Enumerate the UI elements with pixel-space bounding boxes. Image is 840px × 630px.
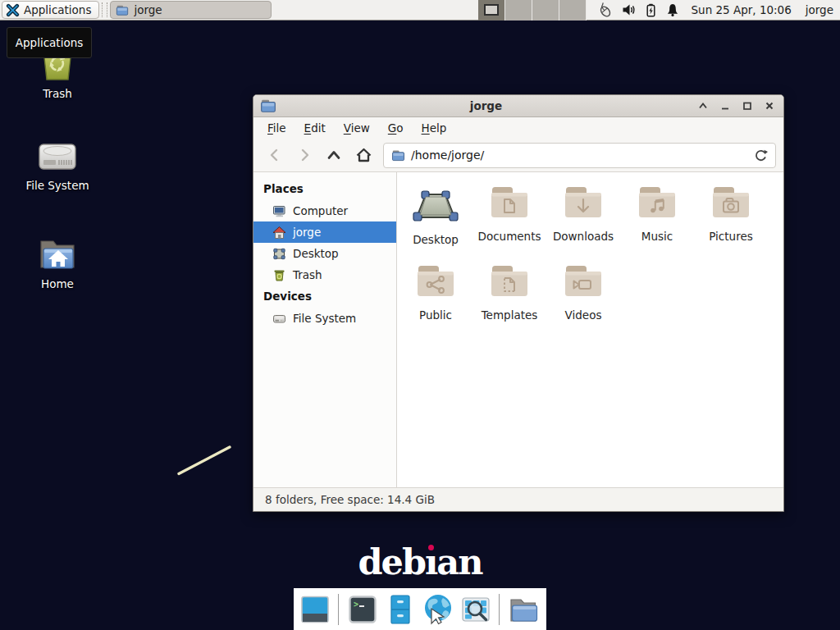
sidebar-item-label: File System <box>293 312 356 325</box>
folder-downloads-icon <box>561 182 605 225</box>
pathbar[interactable]: /home/jorge/ <box>383 143 776 168</box>
sidebar-item-label: jorge <box>293 226 321 239</box>
sidebar-item-label: Desktop <box>293 247 339 260</box>
path-text[interactable]: /home/jorge/ <box>411 148 754 162</box>
file-item-downloads[interactable]: Downloads <box>546 182 620 261</box>
file-item-public[interactable]: Public <box>399 261 472 340</box>
svg-text:>: > <box>354 600 358 609</box>
file-manager-window: jorge File Edit V <box>253 94 784 512</box>
file-item-label: Public <box>419 308 452 322</box>
dock-item-desktop-settings[interactable] <box>298 592 331 626</box>
debian-logo-dot <box>428 545 434 550</box>
panel-username: jorge <box>806 3 833 16</box>
status-text: 8 folders, Free space: 14.4 GiB <box>265 493 435 506</box>
folder-pictures-icon <box>709 182 753 225</box>
desktop-special-icon <box>413 182 459 228</box>
up-button[interactable] <box>319 142 349 168</box>
sidebar-header-places: Places <box>253 178 396 200</box>
desktop-icon-label: File System <box>25 179 89 192</box>
sidebar-item-trash[interactable]: Trash <box>253 264 396 285</box>
dock-item-web-browser[interactable] <box>421 592 454 626</box>
menu-item-go[interactable]: Go <box>379 117 413 139</box>
bell-icon[interactable] <box>666 3 679 17</box>
hard-drive-icon <box>272 312 286 326</box>
trash-icon <box>272 268 286 282</box>
diagonal-line <box>176 443 235 477</box>
maximize-icon <box>741 99 754 112</box>
desktop-icon-label: Trash <box>43 87 72 100</box>
sidebar-item-desktop[interactable]: Desktop <box>253 243 396 264</box>
tooltip-text: Applications <box>16 36 83 49</box>
panel-clock[interactable]: Sun 25 Apr, 10:06 <box>692 3 792 16</box>
file-item-desktop[interactable]: Desktop <box>399 182 472 261</box>
applications-button[interactable]: Applications <box>2 1 99 19</box>
workspace-2[interactable] <box>505 0 532 21</box>
titlebar[interactable]: jorge <box>253 95 783 117</box>
battery-charging-icon[interactable] <box>644 3 658 17</box>
sidebar-item-computer[interactable]: Computer <box>253 200 396 221</box>
file-item-label: Documents <box>478 230 541 243</box>
hard-drive-icon <box>37 138 78 176</box>
folder-icon <box>116 4 129 16</box>
minimize-button[interactable] <box>718 98 733 113</box>
menubar: File Edit View Go Help <box>253 117 783 139</box>
file-item-label: Videos <box>565 308 602 322</box>
app-finder-icon <box>459 593 492 626</box>
dock-item-app-finder[interactable] <box>459 592 492 626</box>
file-grid: Desktop Documents <box>397 172 783 487</box>
shade-button[interactable] <box>696 98 710 113</box>
workspace-4[interactable] <box>559 0 587 21</box>
folder-documents-icon <box>487 182 532 225</box>
folder-videos-icon <box>561 261 605 304</box>
file-item-music[interactable]: Music <box>620 182 694 261</box>
desktop-settings-icon <box>299 593 331 626</box>
sidebar-item-label: Trash <box>293 268 322 281</box>
applications-tooltip: Applications <box>7 27 92 58</box>
desktop-icon-filesystem[interactable]: File System <box>18 138 97 192</box>
file-item-templates[interactable]: Templates <box>472 261 546 340</box>
volume-icon[interactable] <box>622 3 636 16</box>
folder-icon <box>506 593 540 626</box>
maximize-button[interactable] <box>740 98 755 113</box>
computer-icon <box>272 204 286 218</box>
home-icon <box>355 147 372 163</box>
taskbar-button[interactable]: jorge <box>110 1 272 19</box>
workspace-3[interactable] <box>532 0 559 21</box>
minimize-icon <box>719 99 732 112</box>
home-icon <box>272 226 286 240</box>
close-button[interactable] <box>762 98 777 113</box>
file-item-pictures[interactable]: Pictures <box>694 182 768 261</box>
menu-item-file[interactable]: File <box>258 117 295 139</box>
dock-item-terminal[interactable]: > <box>345 592 379 626</box>
desktop-icon-label: Home <box>41 277 74 290</box>
dock: > <box>294 588 546 630</box>
menu-item-edit[interactable]: Edit <box>295 117 335 139</box>
workspace-1[interactable] <box>478 0 505 21</box>
up-icon <box>326 147 342 163</box>
panel-handle[interactable] <box>102 2 107 17</box>
dock-item-file-cabinet[interactable] <box>383 592 417 626</box>
xfce-menu-icon <box>6 3 20 17</box>
back-button[interactable] <box>260 142 290 168</box>
mouse-icon[interactable] <box>597 2 614 18</box>
dock-item-file-manager[interactable] <box>506 592 540 626</box>
file-item-videos[interactable]: Videos <box>546 261 620 340</box>
web-browser-icon <box>421 592 454 626</box>
folder-public-icon <box>413 261 458 304</box>
file-item-label: Templates <box>482 308 538 322</box>
forward-icon <box>296 147 313 163</box>
home-folder-icon <box>36 235 79 274</box>
shade-icon <box>696 99 710 112</box>
sidebar-item-filesystem[interactable]: File System <box>253 308 396 329</box>
pathbar-folder-icon <box>391 149 405 162</box>
file-item-documents[interactable]: Documents <box>472 182 546 261</box>
desktop-icon-home[interactable]: Home <box>18 235 97 290</box>
dock-separator <box>338 594 339 625</box>
reload-icon[interactable] <box>754 148 768 162</box>
menu-item-view[interactable]: View <box>335 117 379 139</box>
taskbar-label: jorge <box>134 3 162 16</box>
sidebar-item-jorge[interactable]: jorge <box>253 221 396 243</box>
home-button[interactable] <box>349 142 378 168</box>
menu-item-help[interactable]: Help <box>413 117 456 139</box>
forward-button[interactable] <box>290 142 319 168</box>
